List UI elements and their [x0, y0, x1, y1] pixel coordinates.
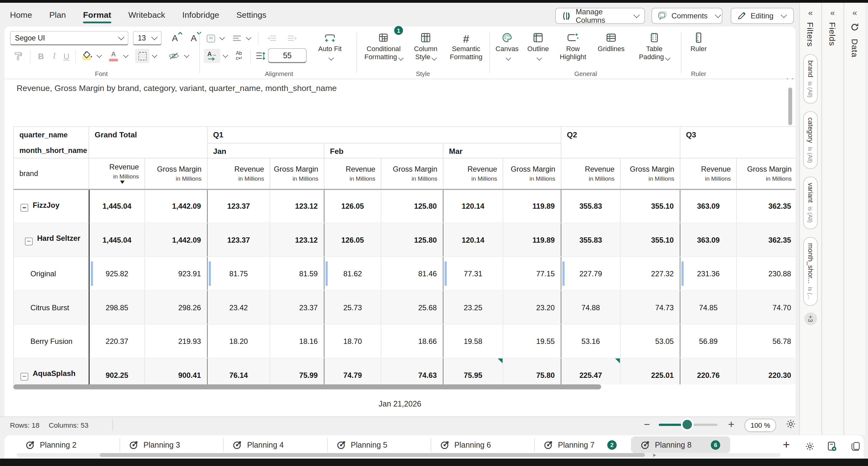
column-group-q2[interactable]: Q2 — [561, 126, 680, 158]
cell-hard-seltzer-revenue-1[interactable]: 123.37 — [207, 223, 270, 257]
cell-aquasplash-gross-margin-2[interactable]: 74.63 — [381, 358, 443, 384]
increase-indent-button[interactable] — [285, 31, 298, 46]
cell-original-gross-margin-3[interactable]: 77.15 — [503, 257, 561, 290]
cell-hard-seltzer-revenue-2[interactable]: 126.05 — [324, 223, 381, 257]
cell-berry-fusion-revenue-4[interactable]: 53.16 — [561, 324, 620, 358]
cell-berry-fusion-gross-margin-4[interactable]: 53.05 — [620, 324, 680, 358]
add-sheet-button[interactable]: + — [783, 438, 790, 452]
cell-citrus-burst-gross-margin-0[interactable]: 298.26 — [145, 291, 207, 324]
menu-plan[interactable]: Plan — [49, 10, 66, 19]
tab-planning-7[interactable]: Planning 72 — [534, 436, 631, 453]
cell-berry-fusion-revenue-1[interactable]: 18.20 — [207, 324, 270, 358]
cell-original-gross-margin-0[interactable]: 923.91 — [145, 257, 207, 290]
filter-pill-category[interactable]: categoryis (All) — [803, 112, 817, 169]
vertical-align-button[interactable] — [205, 31, 217, 46]
corner-quarter-name-label[interactable]: quarter_name — [14, 126, 89, 143]
cell-fizzjoy-gross-margin-3[interactable]: 119.89 — [503, 189, 561, 223]
cell-citrus-burst-revenue-2[interactable]: 25.73 — [324, 291, 381, 324]
cell-aquasplash-gross-margin-1[interactable]: 75.99 — [270, 358, 324, 384]
cell-citrus-burst-gross-margin-3[interactable]: 23.20 — [503, 291, 561, 324]
vertical-align-dropdown[interactable] — [218, 31, 224, 46]
cell-citrus-burst-gross-margin-2[interactable]: 25.68 — [381, 291, 443, 324]
tab-planning-2[interactable]: Planning 2 — [17, 436, 120, 453]
measure-header-gross-margin[interactable]: Gross Marginin Millions — [737, 158, 796, 190]
cell-fizzjoy-gross-margin-1[interactable]: 123.12 — [270, 189, 324, 223]
cell-berry-fusion-gross-margin-3[interactable]: 19.55 — [503, 324, 561, 358]
expand-filters-icon[interactable]: « — [808, 8, 813, 17]
cell-aquasplash-gross-margin-3[interactable]: 75.80 — [503, 358, 561, 384]
row-header-aquasplash[interactable]: AquaSplash — [14, 358, 89, 384]
cell-fizzjoy-gross-margin-0[interactable]: 1,442.09 — [145, 189, 207, 223]
borders-button[interactable] — [135, 49, 150, 63]
row-height-input[interactable] — [268, 48, 307, 63]
cell-original-revenue-0[interactable]: 925.82 — [89, 257, 145, 290]
cell-fizzjoy-revenue-4[interactable]: 355.83 — [561, 189, 620, 223]
column-group-q3[interactable]: Q3 — [680, 126, 796, 158]
row-header-citrus-burst[interactable]: Citrus Burst — [14, 291, 89, 324]
outline-button[interactable]: Outline — [524, 30, 552, 61]
cell-hard-seltzer-gross-margin-5[interactable]: 362.35 — [737, 223, 796, 257]
cell-berry-fusion-revenue-3[interactable]: 19.58 — [443, 324, 503, 358]
report-footer-date[interactable]: Jan 21,2026 — [4, 399, 796, 408]
cell-fizzjoy-revenue-5[interactable]: 363.09 — [680, 189, 736, 223]
row-header-hard-seltzer[interactable]: Hard Seltzer — [14, 223, 89, 257]
comments-button[interactable]: Comments — [652, 8, 723, 24]
cell-hard-seltzer-revenue-4[interactable]: 355.83 — [561, 223, 620, 257]
tab-planning-8[interactable]: Planning 86 — [632, 436, 731, 453]
measure-header-gross-margin[interactable]: Gross Marginin Millions — [270, 158, 324, 190]
tab-strip-scrollbar[interactable] — [17, 453, 780, 457]
cell-berry-fusion-gross-margin-1[interactable]: 18.16 — [270, 324, 324, 358]
measure-header-revenue[interactable]: Revenuein Millions — [89, 158, 145, 190]
column-group-grand-total[interactable]: Grand Total — [89, 126, 207, 158]
collapse-row-icon[interactable] — [21, 204, 28, 211]
settings-gear-icon[interactable] — [785, 419, 796, 431]
cell-berry-fusion-revenue-5[interactable]: 56.89 — [680, 324, 736, 358]
filter-pill-month-shor[interactable]: month_shor...is (... — [803, 237, 817, 305]
cell-berry-fusion-gross-margin-2[interactable]: 18.66 — [381, 324, 443, 358]
font-color-button[interactable]: A — [107, 49, 120, 63]
cell-original-revenue-4[interactable]: 227.79 — [561, 257, 620, 290]
cell-fizzjoy-revenue-2[interactable]: 126.05 — [324, 189, 381, 223]
copy-pages-icon[interactable] — [850, 441, 860, 454]
font-family-select[interactable]: Segoe UI — [10, 31, 129, 46]
cell-aquasplash-revenue-2[interactable]: 74.79 — [324, 358, 381, 384]
cell-original-revenue-5[interactable]: 231.36 — [680, 257, 736, 290]
cell-aquasplash-revenue-0[interactable]: 902.25 — [89, 358, 145, 384]
menu-home[interactable]: Home — [10, 10, 32, 19]
measure-header-gross-margin[interactable]: Gross Marginin Millions — [145, 158, 207, 190]
month-header-jan[interactable]: Jan — [207, 143, 324, 158]
ruler-button[interactable]: Ruler — [685, 30, 712, 53]
expand-data-icon[interactable]: « — [852, 8, 857, 17]
cell-hard-seltzer-gross-margin-1[interactable]: 123.12 — [270, 223, 324, 257]
cell-original-revenue-2[interactable]: 81.62 — [324, 257, 381, 290]
expand-fields-icon[interactable]: « — [830, 8, 835, 17]
month-header-mar[interactable]: Mar — [443, 143, 561, 158]
cell-fizzjoy-gross-margin-4[interactable]: 355.10 — [620, 189, 680, 223]
cell-citrus-burst-gross-margin-4[interactable]: 74.73 — [620, 291, 680, 324]
corner-brand-label[interactable]: brand — [14, 158, 89, 190]
cell-berry-fusion-revenue-0[interactable]: 220.37 — [89, 324, 145, 358]
report-title[interactable]: Revenue, Gross Margin by brand, category… — [17, 83, 337, 92]
measure-header-revenue[interactable]: Revenuein Millions — [561, 158, 620, 190]
cell-aquasplash-revenue-1[interactable]: 76.14 — [207, 358, 270, 384]
cell-original-gross-margin-1[interactable]: 81.59 — [270, 257, 324, 290]
horizontal-scrollbar-thumb[interactable] — [13, 384, 601, 389]
borders-dropdown[interactable] — [151, 49, 157, 63]
cell-fizzjoy-gross-margin-2[interactable]: 125.80 — [381, 189, 443, 223]
collapse-row-icon[interactable] — [21, 373, 28, 380]
cell-fizzjoy-revenue-0[interactable]: 1,445.04 — [89, 189, 145, 223]
cell-aquasplash-revenue-3[interactable]: 75.95 — [443, 358, 503, 384]
italic-button[interactable]: I — [49, 49, 60, 63]
column-group-q1[interactable]: Q1 — [207, 126, 561, 143]
cell-original-gross-margin-2[interactable]: 81.46 — [381, 257, 443, 290]
font-size-select[interactable]: 13 — [133, 31, 162, 46]
cell-berry-fusion-gross-margin-5[interactable]: 56.78 — [737, 324, 796, 358]
tab-planning-5[interactable]: Planning 5 — [328, 436, 431, 453]
filter-pill-variant[interactable]: variantis (All) — [803, 177, 817, 229]
cell-citrus-burst-revenue-5[interactable]: 74.85 — [680, 291, 736, 324]
tab-planning-3[interactable]: Planning 3 — [120, 436, 223, 453]
row-header-berry-fusion[interactable]: Berry Fusion — [14, 324, 89, 358]
cell-original-revenue-1[interactable]: 81.75 — [207, 257, 270, 290]
measure-header-revenue[interactable]: Revenuein Millions — [680, 158, 736, 190]
horizontal-align-button[interactable] — [231, 31, 243, 46]
